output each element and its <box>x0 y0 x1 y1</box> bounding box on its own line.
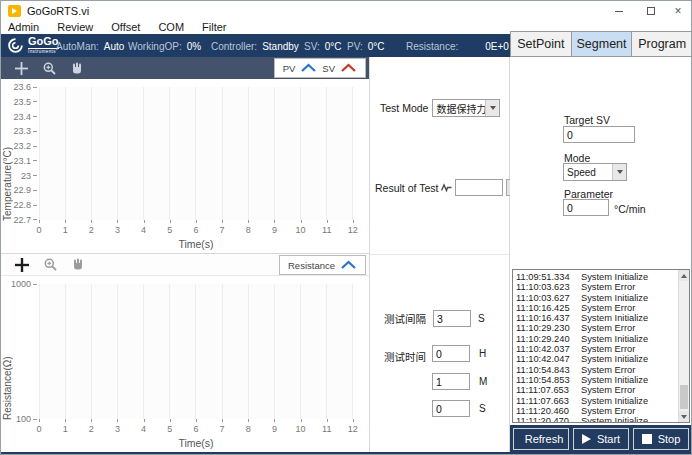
log-time: 11:11:07.663 <box>516 396 572 406</box>
pan-hand-icon[interactable] <box>71 62 83 75</box>
menu-item[interactable]: COM <box>149 21 193 34</box>
log-entry[interactable]: 11:10:16.425 System Error <box>516 303 676 313</box>
duration-unit: H <box>479 348 486 359</box>
status-field-value: 0% <box>187 40 201 51</box>
temperature-plot[interactable]: Temperature(°C) 23.623.523.423.323.223.1… <box>1 79 369 253</box>
duration-unit: M <box>479 376 487 387</box>
dropdown-arrow-icon[interactable] <box>612 164 626 180</box>
log-message: System Initialize <box>581 272 648 282</box>
log-entry[interactable]: 11:10:54.843 System Error <box>516 365 676 375</box>
log-entry[interactable]: 11:10:42.037 System Error <box>516 344 676 354</box>
log-entry[interactable]: 11:10:03.623 System Error <box>516 282 676 292</box>
target-sv-label: Target SV <box>564 114 610 126</box>
legend-sv-label: SV <box>322 63 335 74</box>
scrollbar-thumb[interactable] <box>680 385 688 409</box>
log-entry[interactable]: 11:10:29.240 System Initialize <box>516 334 676 344</box>
log-message: System Initialize <box>581 334 648 344</box>
mode-select[interactable]: Speed <box>563 163 627 181</box>
log-entry[interactable]: 11:10:54.853 System Initialize <box>516 375 676 385</box>
log-message: System Initialize <box>581 416 648 422</box>
stop-button[interactable]: Stop <box>633 428 689 450</box>
scroll-down-icon[interactable] <box>679 411 689 422</box>
maximize-icon <box>647 7 655 15</box>
menu-item[interactable]: Filter <box>193 21 235 34</box>
menu-item[interactable]: Admin <box>1 21 48 34</box>
duration-input[interactable] <box>432 400 470 417</box>
parameter-input[interactable] <box>563 199 609 216</box>
log-time: 11:10:54.843 <box>516 365 572 375</box>
log-message: System Initialize <box>581 375 648 385</box>
temperature-y-ticks: 23.623.523.423.323.223.12322.922.822.7 <box>1 87 37 220</box>
status-field-value: 0°C <box>368 40 385 51</box>
status-field: WorkingOP: 0% <box>128 40 201 51</box>
log-message: System Error <box>581 303 635 313</box>
close-button[interactable]: × <box>665 1 691 21</box>
resistance-plot[interactable]: Resistance(Ω) 1000100 0123456789101112 T… <box>1 276 369 452</box>
status-field-label: Resistance: <box>406 40 458 51</box>
log-message: System Error <box>581 323 635 333</box>
log-time: 11:11:20.460 <box>516 406 572 416</box>
status-field-value: 0°C <box>325 40 342 51</box>
log-entry[interactable]: 11:09:51.334 System Initialize <box>516 272 676 282</box>
log-time: 11:10:16.425 <box>516 303 572 313</box>
status-field: Controller: Standby <box>211 40 299 51</box>
status-field-value: Standby <box>262 40 299 51</box>
menu-item[interactable]: Offset <box>102 21 149 34</box>
crosshair-icon[interactable] <box>15 258 29 272</box>
parameter-unit: °C/min <box>614 203 646 215</box>
log-message: System Initialize <box>581 293 648 303</box>
resistance-chart-panel: Resistance Resistance(Ω) 1000100 0123456… <box>1 254 370 452</box>
start-icon <box>582 434 591 444</box>
log-entry[interactable]: 11:11:20.470 System Initialize <box>516 416 676 422</box>
log-entry[interactable]: 11:11:07.663 System Initialize <box>516 396 676 406</box>
minimize-button[interactable] <box>605 1 633 21</box>
pan-hand-icon[interactable] <box>72 258 84 271</box>
start-button[interactable]: Start <box>573 428 629 450</box>
log-entry[interactable]: 11:10:03.627 System Initialize <box>516 293 676 303</box>
duration-field: S <box>432 400 486 417</box>
log-entry[interactable]: 11:10:42.047 System Initialize <box>516 354 676 364</box>
menu-item[interactable]: Review <box>48 21 102 34</box>
status-field-label: PV: <box>347 40 363 51</box>
tab[interactable]: Program <box>632 31 692 57</box>
log-message: System Initialize <box>581 354 648 364</box>
log-scrollbar[interactable] <box>678 270 689 422</box>
target-sv-input[interactable] <box>563 126 635 143</box>
zoom-in-icon[interactable] <box>43 62 56 75</box>
status-field-label: SV: <box>304 40 320 51</box>
log-time: 11:10:42.047 <box>516 354 572 364</box>
duration-input[interactable] <box>432 345 470 362</box>
tab-bar: SetPointSegmentProgram <box>510 31 692 57</box>
zoom-in-icon[interactable] <box>44 258 57 271</box>
resistance-y-ticks: 1000100 <box>1 284 37 419</box>
log-entry[interactable]: 11:11:07.653 System Error <box>516 385 676 395</box>
log-time: 11:10:29.230 <box>516 323 572 333</box>
scroll-up-icon[interactable] <box>679 270 689 281</box>
status-field: PV: 0°C <box>347 40 385 51</box>
app-window: GoGoRTS.vi × AdminReviewOffsetCOMFilter … <box>0 0 692 455</box>
app-icon <box>8 5 21 17</box>
duration-unit: S <box>479 403 486 414</box>
log-entry[interactable]: 11:10:16.437 System Initialize <box>516 313 676 323</box>
resistance-legend: Resistance <box>279 255 366 275</box>
refresh-button[interactable]: Refresh <box>513 428 569 450</box>
temperature-legend: PV SV <box>274 58 366 78</box>
log-entry[interactable]: 11:11:20.460 System Error <box>516 406 676 416</box>
system-log[interactable]: 11:09:51.334 System Initialize 11:10:03.… <box>512 269 690 423</box>
log-time: 11:10:54.853 <box>516 375 572 385</box>
duration-input[interactable] <box>432 373 470 390</box>
titlebar: GoGoRTS.vi × <box>1 1 691 21</box>
log-time: 11:11:20.470 <box>516 416 572 422</box>
log-message: System Error <box>581 385 635 395</box>
tab[interactable]: Segment <box>572 31 633 57</box>
minimize-icon <box>615 11 623 12</box>
log-message: System Error <box>581 365 635 375</box>
temperature-x-axis-label: Time(s) <box>39 238 353 250</box>
stop-icon <box>642 434 652 444</box>
tab[interactable]: SetPoint <box>510 31 572 57</box>
log-entry[interactable]: 11:10:29.230 System Error <box>516 323 676 333</box>
crosshair-icon[interactable] <box>15 62 28 75</box>
maximize-button[interactable] <box>637 1 665 21</box>
log-message: System Initialize <box>581 396 648 406</box>
status-field: AutoMan: Auto <box>56 40 124 51</box>
